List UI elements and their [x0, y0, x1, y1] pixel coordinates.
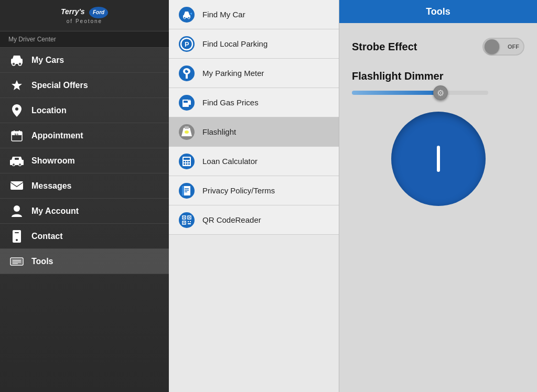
strobe-toggle[interactable]: OFF	[482, 38, 524, 56]
dimmer-slider-container	[352, 91, 524, 95]
calendar-icon: 31	[8, 127, 25, 144]
svg-point-14	[19, 163, 22, 166]
svg-rect-66	[189, 217, 190, 218]
tools-menu-panel: Find My Car P Find Local Parking My Park…	[169, 0, 339, 392]
toggle-state-label: OFF	[508, 43, 519, 50]
tool-label-my-parking-meter: My Parking Meter	[202, 69, 264, 78]
sidebar-label-tools: Tools	[31, 257, 53, 266]
svg-rect-11	[10, 160, 24, 165]
dimmer-section: Flashlight Dimmer	[352, 70, 524, 95]
sidebar-label-appointment: Appointment	[31, 131, 83, 140]
map-icon	[8, 102, 25, 119]
sidebar-item-my-account[interactable]: My Account	[0, 199, 169, 224]
tool-label-find-gas-prices: Find Gas Prices	[202, 98, 259, 107]
svg-rect-71	[188, 223, 191, 224]
find-gas-prices-icon	[177, 93, 196, 112]
svg-point-62	[179, 212, 195, 228]
right-panel-header: Tools	[339, 0, 537, 23]
tool-item-find-local-parking[interactable]: P Find Local Parking	[169, 29, 339, 59]
svg-rect-20	[15, 232, 19, 233]
strobe-effect-row: Strobe Effect OFF	[352, 38, 524, 56]
tool-item-my-parking-meter[interactable]: My Parking Meter	[169, 59, 339, 88]
flashlight-circle[interactable]	[391, 112, 486, 206]
find-my-car-icon	[177, 5, 196, 24]
sidebar-nav: My Cars Special Offers Location	[0, 48, 169, 392]
svg-rect-70	[190, 221, 191, 222]
tools-icon	[8, 253, 25, 270]
star-icon	[8, 77, 25, 94]
flashlight-settings-panel: Tools Strobe Effect OFF Flashlight Dimme…	[339, 0, 537, 392]
dimmer-slider-track[interactable]	[352, 91, 488, 95]
tool-label-qr-code-reader: QR CodeReader	[202, 215, 261, 224]
svg-rect-35	[186, 74, 188, 79]
tool-item-flashlight[interactable]: Flashlight	[169, 117, 339, 147]
right-panel-content: Strobe Effect OFF Flashlight Dimmer	[339, 23, 537, 392]
account-icon	[8, 203, 25, 220]
sidebar-item-location[interactable]: Location	[0, 98, 169, 123]
sidebar-header: Terry's Ford of Peotone	[0, 0, 169, 31]
power-icon	[437, 146, 440, 172]
svg-rect-15	[15, 158, 19, 160]
sidebar-label-showroom: Showroom	[31, 156, 75, 166]
contact-icon	[8, 228, 25, 245]
svg-rect-50	[184, 161, 185, 162]
find-local-parking-icon: P	[177, 35, 196, 53]
svg-rect-64	[184, 217, 185, 218]
sidebar-label-location: Location	[31, 106, 67, 115]
sidebar-item-contact[interactable]: Contact	[0, 224, 169, 249]
svg-rect-54	[186, 163, 188, 165]
ford-logo: Ford	[89, 7, 108, 18]
tool-item-loan-calculator[interactable]: Loan Calculator	[169, 147, 339, 176]
svg-rect-55	[188, 163, 190, 165]
tool-label-loan-calculator: Loan Calculator	[202, 157, 257, 166]
svg-rect-49	[184, 158, 190, 160]
tool-label-find-local-parking: Find Local Parking	[202, 39, 267, 48]
svg-rect-45	[185, 126, 189, 129]
sidebar-item-my-cars[interactable]: My Cars	[0, 48, 169, 73]
tool-item-qr-code-reader[interactable]: QR CodeReader	[169, 205, 339, 235]
tool-label-privacy-policy: Privacy Policy/Terms	[202, 186, 275, 195]
sidebar-item-special-offers[interactable]: Special Offers	[0, 73, 169, 98]
svg-point-17	[14, 205, 20, 212]
sidebar-label-my-account: My Account	[31, 206, 79, 216]
svg-rect-53	[184, 163, 185, 165]
sidebar-item-tools[interactable]: Tools	[0, 249, 169, 274]
dimmer-slider-thumb[interactable]	[433, 85, 448, 100]
svg-point-29	[188, 17, 190, 19]
tool-label-find-my-car: Find My Car	[202, 10, 245, 19]
svg-point-28	[184, 17, 186, 19]
driver-center-label: My Driver Center	[0, 31, 169, 48]
my-parking-meter-icon	[177, 64, 196, 83]
tool-item-privacy-policy[interactable]: Privacy Policy/Terms	[169, 176, 339, 205]
svg-rect-69	[188, 221, 189, 222]
tool-item-find-gas-prices[interactable]: Find Gas Prices	[169, 88, 339, 117]
showroom-icon	[8, 153, 25, 169]
sidebar-item-appointment[interactable]: 31 Appointment	[0, 123, 169, 148]
flashlight-icon	[177, 123, 196, 141]
sidebar-label-my-cars: My Cars	[31, 56, 64, 65]
car-icon	[8, 52, 25, 69]
sidebar-label-messages: Messages	[31, 181, 72, 191]
right-panel-title: Tools	[426, 6, 450, 17]
svg-point-46	[185, 130, 189, 134]
svg-rect-42	[189, 100, 190, 102]
qr-code-reader-icon	[177, 211, 196, 230]
svg-rect-51	[186, 161, 188, 162]
svg-rect-68	[184, 222, 185, 223]
sidebar-item-showroom[interactable]: Showroom	[0, 148, 169, 173]
svg-marker-1	[13, 56, 21, 59]
message-icon	[8, 178, 25, 194]
svg-point-13	[13, 163, 15, 166]
sidebar-item-messages[interactable]: Messages	[0, 173, 169, 199]
svg-text:P: P	[185, 40, 189, 48]
privacy-policy-icon	[177, 181, 196, 200]
sidebar-label-special-offers: Special Offers	[31, 81, 88, 90]
dealer-location: of Peotone	[61, 18, 108, 24]
tool-label-flashlight: Flashlight	[202, 127, 236, 136]
svg-point-2	[12, 62, 15, 66]
svg-text:31: 31	[14, 133, 19, 137]
svg-rect-40	[184, 101, 188, 103]
dealer-name: Terry's	[61, 7, 85, 16]
tool-item-find-my-car[interactable]: Find My Car	[169, 0, 339, 29]
svg-marker-4	[12, 80, 22, 90]
